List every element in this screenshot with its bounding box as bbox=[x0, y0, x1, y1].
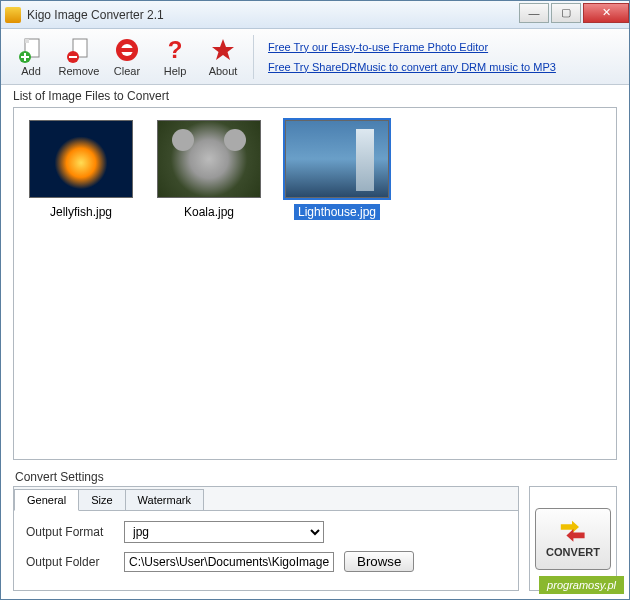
thumb-image bbox=[29, 120, 133, 198]
window-title: Kigo Image Converter 2.1 bbox=[27, 8, 519, 22]
maximize-button[interactable]: ▢ bbox=[551, 3, 581, 23]
add-icon bbox=[18, 37, 44, 63]
help-icon: ? bbox=[162, 37, 188, 63]
svg-rect-6 bbox=[118, 48, 136, 52]
help-button[interactable]: ? Help bbox=[151, 32, 199, 82]
svg-marker-8 bbox=[212, 39, 234, 60]
output-format-label: Output Format bbox=[26, 525, 114, 539]
output-format-select[interactable]: jpg bbox=[124, 521, 324, 543]
settings-box: GeneralSizeWatermark Output Format jpg O… bbox=[13, 486, 519, 591]
star-icon bbox=[210, 37, 236, 63]
minimize-button[interactable]: — bbox=[519, 3, 549, 23]
close-button[interactable]: ✕ bbox=[583, 3, 629, 23]
browse-button[interactable]: Browse bbox=[344, 551, 414, 572]
settings-panel: GeneralSizeWatermark Output Format jpg O… bbox=[13, 486, 617, 591]
filelist[interactable]: Jellyfish.jpgKoala.jpgLighthouse.jpg bbox=[13, 107, 617, 460]
tab-size[interactable]: Size bbox=[78, 489, 125, 510]
add-label: Add bbox=[21, 65, 41, 77]
output-folder-label: Output Folder bbox=[26, 555, 114, 569]
output-format-row: Output Format jpg bbox=[26, 521, 506, 543]
filelist-label: List of Image Files to Convert bbox=[1, 85, 629, 107]
remove-button[interactable]: Remove bbox=[55, 32, 103, 82]
remove-icon bbox=[66, 37, 92, 63]
promo-links: Free Try our Easy-to-use Frame Photo Edi… bbox=[260, 37, 623, 77]
toolbar-separator bbox=[253, 35, 254, 79]
app-window: Kigo Image Converter 2.1 — ▢ ✕ Add Remov… bbox=[0, 0, 630, 600]
help-label: Help bbox=[164, 65, 187, 77]
titlebar: Kigo Image Converter 2.1 — ▢ ✕ bbox=[1, 1, 629, 29]
output-folder-input[interactable] bbox=[124, 552, 334, 572]
convert-button[interactable]: CONVERT bbox=[535, 508, 611, 570]
footer-brand: programosy.pl bbox=[539, 576, 624, 594]
file-thumb[interactable]: Koala.jpg bbox=[154, 120, 264, 220]
convert-icon bbox=[558, 520, 588, 544]
settings-tabs: GeneralSizeWatermark bbox=[14, 487, 518, 511]
thumb-caption: Koala.jpg bbox=[180, 204, 238, 220]
output-folder-row: Output Folder Browse bbox=[26, 551, 506, 572]
clear-button[interactable]: Clear bbox=[103, 32, 151, 82]
svg-text:?: ? bbox=[168, 37, 183, 63]
remove-label: Remove bbox=[59, 65, 100, 77]
app-icon bbox=[5, 7, 21, 23]
thumb-image bbox=[285, 120, 389, 198]
tab-watermark[interactable]: Watermark bbox=[125, 489, 204, 510]
about-button[interactable]: About bbox=[199, 32, 247, 82]
thumb-caption: Lighthouse.jpg bbox=[294, 204, 380, 220]
about-label: About bbox=[209, 65, 238, 77]
convert-label: CONVERT bbox=[546, 546, 600, 558]
settings-body: Output Format jpg Output Folder Browse bbox=[14, 511, 518, 590]
add-button[interactable]: Add bbox=[7, 32, 55, 82]
clear-label: Clear bbox=[114, 65, 140, 77]
settings-label: Convert Settings bbox=[1, 468, 629, 486]
file-thumb[interactable]: Jellyfish.jpg bbox=[26, 120, 136, 220]
window-controls: — ▢ ✕ bbox=[519, 3, 629, 23]
toolbar: Add Remove Clear ? Help About bbox=[1, 29, 629, 85]
clear-icon bbox=[114, 37, 140, 63]
file-thumb[interactable]: Lighthouse.jpg bbox=[282, 120, 392, 220]
tab-general[interactable]: General bbox=[14, 489, 79, 511]
promo-link-frame-editor[interactable]: Free Try our Easy-to-use Frame Photo Edi… bbox=[268, 41, 615, 53]
thumb-caption: Jellyfish.jpg bbox=[46, 204, 116, 220]
promo-link-drm-music[interactable]: Free Try ShareDRMusic to convert any DRM… bbox=[268, 61, 615, 73]
thumb-image bbox=[157, 120, 261, 198]
